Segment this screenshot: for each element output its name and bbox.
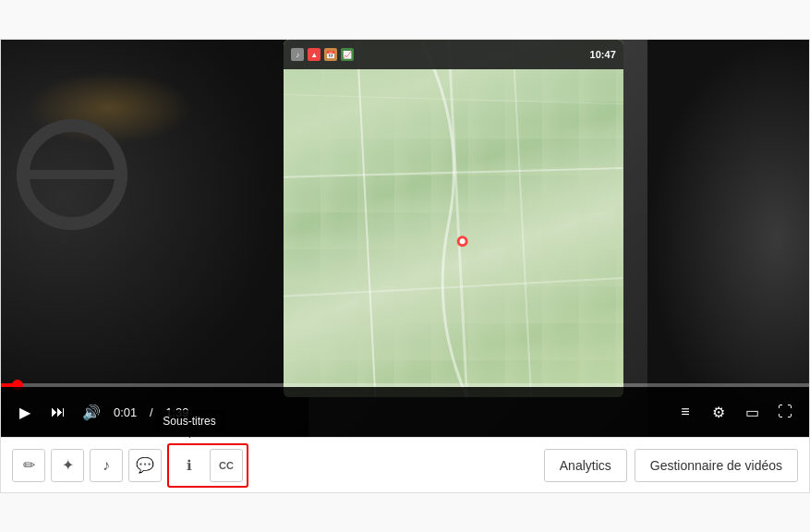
car-interior-left xyxy=(1,40,308,437)
play-icon: ▶ xyxy=(19,404,30,421)
enhance-button[interactable]: ✦ xyxy=(51,449,84,482)
svg-point-7 xyxy=(460,238,465,244)
subtitles-icon: ≡ xyxy=(681,404,689,420)
info-button[interactable]: ℹ xyxy=(173,449,206,482)
edit-button[interactable]: ✏ xyxy=(12,449,45,482)
player-container: ♪ ▲ 📅 📈 10:47 ▶ ⏭ xyxy=(0,39,810,493)
miniplayer-button[interactable]: ▭ xyxy=(739,399,765,425)
svg-line-3 xyxy=(284,278,623,296)
time-display: 0:01 xyxy=(114,405,137,419)
video-manager-button[interactable]: Gestionnaire de vidéos xyxy=(635,449,798,482)
info-tooltip-wrapper: Sous-titres ℹ xyxy=(173,449,206,482)
next-button[interactable]: ⏭ xyxy=(45,399,71,425)
music-button[interactable]: ♪ xyxy=(90,449,123,482)
comment-button[interactable]: 💬 xyxy=(128,449,162,482)
miniplayer-icon: ▭ xyxy=(745,404,759,421)
svg-line-0 xyxy=(357,40,376,397)
time-separator: / xyxy=(146,405,156,419)
subtitles-toggle-button[interactable]: ≡ xyxy=(672,399,698,425)
cc-icon: CC xyxy=(219,460,234,471)
volume-icon: 🔊 xyxy=(82,404,101,421)
video-background: ♪ ▲ 📅 📈 10:47 xyxy=(1,40,809,437)
hud-cal-icon: 📅 xyxy=(324,48,337,61)
volume-button[interactable]: 🔊 xyxy=(79,399,104,425)
info-icon: ℹ xyxy=(187,457,192,474)
fullscreen-button[interactable]: ⛶ xyxy=(772,399,798,425)
map-display xyxy=(284,40,623,397)
svg-line-1 xyxy=(449,40,467,397)
edit-icon: ✏ xyxy=(23,456,35,474)
wand-icon: ✦ xyxy=(62,456,74,474)
hud-music-icon: ♪ xyxy=(291,48,304,61)
subtitles-group: Sous-titres ℹ CC xyxy=(167,443,248,488)
hud-nav-icon: ▲ xyxy=(308,48,320,61)
hud-time: 10:47 xyxy=(590,49,616,60)
play-button[interactable]: ▶ xyxy=(12,399,38,425)
settings-icon: ⚙ xyxy=(712,404,725,421)
steering-wheel xyxy=(17,119,127,230)
settings-button[interactable]: ⚙ xyxy=(706,399,731,425)
analytics-button[interactable]: Analytics xyxy=(544,449,627,482)
time-total: 1:39 xyxy=(165,405,188,419)
hud-chart-icon: 📈 xyxy=(341,48,354,61)
bottom-toolbar: ✏ ✦ ♪ 💬 Sous-titres ℹ CC xyxy=(1,437,809,492)
video-controls-bar: ▶ ⏭ 🔊 0:01 / 1:39 ≡ ⚙ ▭ xyxy=(1,387,809,437)
comment-icon: 💬 xyxy=(136,456,154,474)
video-area: ♪ ▲ 📅 📈 10:47 ▶ ⏭ xyxy=(1,40,809,437)
right-action-buttons: Analytics Gestionnaire de vidéos xyxy=(544,449,798,482)
map-roads-svg xyxy=(284,40,623,397)
next-icon: ⏭ xyxy=(51,404,66,420)
cc-button[interactable]: CC xyxy=(210,449,243,482)
center-screen: ♪ ▲ 📅 📈 10:47 xyxy=(284,40,623,397)
fullscreen-icon: ⛶ xyxy=(778,404,792,420)
car-interior-right xyxy=(647,40,809,437)
music-icon: ♪ xyxy=(103,457,110,474)
svg-line-4 xyxy=(514,40,532,397)
car-hud-bar: ♪ ▲ 📅 📈 10:47 xyxy=(284,40,623,69)
hud-icons-left: ♪ ▲ 📅 📈 xyxy=(291,48,354,61)
right-controls: ≡ ⚙ ▭ ⛶ xyxy=(672,399,798,425)
